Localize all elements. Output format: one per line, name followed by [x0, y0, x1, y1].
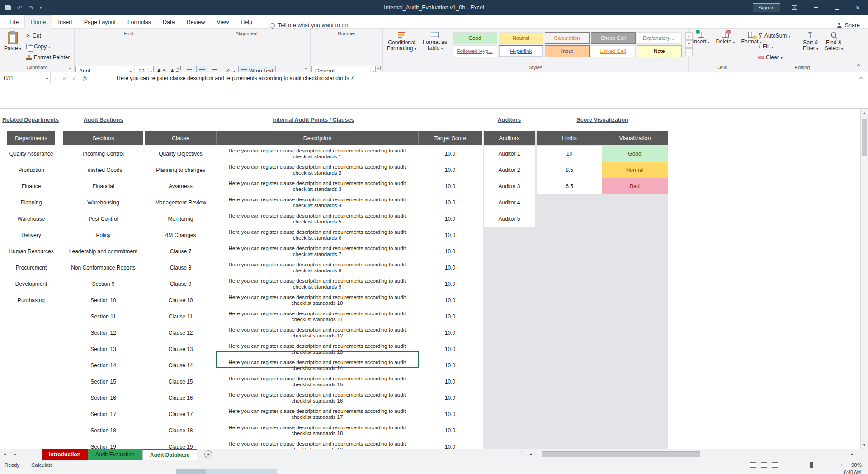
clause-cell[interactable]: Clause 14 — [145, 357, 216, 374]
vertical-scrollbar[interactable]: ▲ ▼ — [860, 109, 868, 449]
section-cell[interactable]: Pest Control — [63, 211, 143, 227]
group-header-score-visualization[interactable]: Score Visualization — [537, 114, 668, 125]
scroll-down-icon[interactable]: ▼ — [861, 441, 868, 449]
section-cell[interactable]: Section 16 — [63, 390, 143, 406]
cancel-entry-icon[interactable]: × — [62, 75, 66, 82]
target-score-cell[interactable]: 10.0 — [418, 292, 482, 308]
clause-cell[interactable]: Clause 17 — [145, 406, 216, 422]
hscroll-right-icon[interactable]: ► — [847, 452, 857, 456]
target-score-cell[interactable]: 10.0 — [418, 406, 482, 422]
auditor-cell[interactable]: Auditor 5 — [484, 211, 535, 227]
new-sheet-button[interactable]: + — [204, 450, 212, 458]
auditor-cell[interactable]: Auditor 2 — [484, 162, 535, 178]
section-cell[interactable]: Non Conformance Reports — [63, 260, 143, 276]
target-score-cell[interactable]: 10.0 — [418, 357, 482, 374]
taskbar-item[interactable] — [176, 469, 206, 474]
target-score-cell[interactable]: 10.0 — [418, 194, 482, 211]
section-cell[interactable]: Section 9 — [63, 276, 143, 292]
cell-style-chip[interactable]: Note — [637, 45, 682, 57]
ribbon-tab[interactable]: File — [4, 15, 24, 28]
target-score-cell[interactable]: 10.0 — [418, 325, 482, 341]
vscroll-thumb[interactable] — [862, 118, 867, 156]
sheet-nav-left-icon[interactable]: ◄ — [0, 449, 10, 460]
target-score-cell[interactable]: 10.0 — [418, 162, 482, 178]
target-score-cell[interactable]: 10.0 — [418, 178, 482, 194]
description-cell[interactable]: Here you can register clause description… — [216, 292, 418, 308]
font-dialog-launcher-icon[interactable] — [177, 66, 181, 70]
cell-style-chip[interactable]: Input — [545, 45, 590, 57]
visualization-cell[interactable]: Normal — [602, 162, 668, 178]
limit-cell[interactable]: 10 — [537, 146, 602, 162]
section-cell[interactable]: Section 18 — [63, 422, 143, 439]
ribbon-tab[interactable]: Insert — [52, 15, 78, 28]
clause-cell[interactable]: Clause 11 — [145, 308, 216, 325]
conditional-formatting-button[interactable]: ConditionalFormatting — [384, 30, 420, 52]
column-header-auditors[interactable]: Auditors — [484, 131, 535, 145]
zoom-out-button[interactable]: − — [783, 461, 786, 468]
ribbon-tab[interactable]: Review — [180, 15, 211, 28]
tab-split-grip-icon[interactable]: ⋮ — [519, 450, 524, 456]
paste-button[interactable]: Paste — [1, 30, 24, 52]
description-cell[interactable]: Here you can register clause description… — [216, 390, 418, 406]
description-cell[interactable]: Here you can register clause description… — [216, 211, 418, 227]
clause-cell[interactable]: Planning to changes — [145, 162, 216, 178]
clause-cell[interactable]: Clause 13 — [145, 341, 216, 357]
target-score-cell[interactable]: 10.0 — [418, 260, 482, 276]
clause-cell[interactable]: Awarness — [145, 178, 216, 194]
cell-style-chip[interactable]: Linked Cell — [591, 45, 636, 57]
target-score-cell[interactable]: 10.0 — [418, 308, 482, 325]
target-score-cell[interactable]: 10.0 — [418, 439, 482, 449]
department-cell[interactable]: Production — [7, 162, 55, 178]
taskbar-item[interactable] — [206, 469, 277, 474]
redo-button[interactable]: ↷ — [28, 5, 33, 11]
section-cell[interactable]: Section 13 — [63, 341, 143, 357]
section-cell[interactable]: Financial — [63, 178, 143, 194]
department-cell[interactable]: Delivery — [7, 227, 55, 243]
target-score-cell[interactable]: 10.0 — [418, 146, 482, 162]
format-as-table-button[interactable]: Format asTable — [420, 30, 450, 51]
status-calculate[interactable]: Calculate — [31, 462, 53, 468]
section-cell[interactable]: Section 10 — [63, 292, 143, 308]
sheet-tab[interactable]: Audit Evaluation — [88, 449, 142, 460]
clause-cell[interactable]: Clause 8 — [145, 260, 216, 276]
target-score-cell[interactable]: 10.0 — [418, 276, 482, 292]
section-cell[interactable]: Section 14 — [63, 357, 143, 374]
description-cell[interactable]: Here you can register clause description… — [216, 260, 418, 276]
worksheet-area[interactable]: Related Departments Audit Sections Inter… — [0, 109, 860, 449]
horizontal-scrollbar[interactable]: ◄ ► — [526, 450, 857, 458]
qat-customize-button[interactable]: ▾ — [40, 6, 42, 10]
description-cell[interactable]: Here you can register clause description… — [216, 406, 418, 422]
limit-cell[interactable]: 8.5 — [537, 162, 602, 178]
auditor-cell[interactable]: Auditor 3 — [484, 178, 535, 194]
description-cell[interactable]: Here you can register clause description… — [216, 243, 418, 260]
description-cell[interactable]: Here you can register clause description… — [216, 227, 418, 243]
group-header-audit-points[interactable]: Internal Audit Points / Clauses — [145, 114, 482, 125]
department-cell[interactable]: Planning — [7, 194, 55, 211]
column-header-limits[interactable]: Limits — [537, 131, 602, 145]
alignment-dialog-launcher-icon[interactable] — [304, 66, 308, 70]
maximize-button[interactable] — [826, 0, 847, 15]
collapse-formula-bar-icon[interactable] — [859, 76, 863, 80]
cell-style-chip[interactable]: Check Cell — [591, 32, 636, 44]
section-cell[interactable]: Finished Goods — [63, 162, 143, 178]
group-header-auditors[interactable]: Auditors — [484, 114, 535, 125]
description-cell[interactable]: Here you can register clause description… — [216, 374, 418, 390]
minimize-button[interactable] — [806, 0, 826, 15]
target-score-cell[interactable]: 10.0 — [418, 243, 482, 260]
hscroll-left-icon[interactable]: ◄ — [526, 452, 536, 456]
target-score-cell[interactable]: 10.0 — [418, 390, 482, 406]
column-header-clause[interactable]: Clause — [145, 131, 216, 145]
sheet-nav-right-icon[interactable]: ► — [10, 449, 20, 460]
clause-cell[interactable]: Clause 18 — [145, 422, 216, 439]
save-icon[interactable] — [5, 5, 11, 10]
clause-cell[interactable]: Quality Objectives — [145, 146, 216, 162]
find-select-button[interactable]: Find &Select — [821, 30, 846, 52]
description-cell[interactable]: Here you can register clause description… — [216, 341, 418, 357]
description-cell[interactable]: Here you can register clause description… — [216, 422, 418, 439]
normal-view-icon[interactable] — [750, 462, 756, 468]
cut-button[interactable]: ✂Cut — [24, 30, 71, 41]
department-cell[interactable]: Finance — [7, 178, 55, 194]
clause-cell[interactable]: 4M Changes — [145, 227, 216, 243]
fill-button[interactable]: ↓Fill — [756, 41, 800, 52]
undo-button[interactable]: ↶ — [17, 5, 22, 11]
